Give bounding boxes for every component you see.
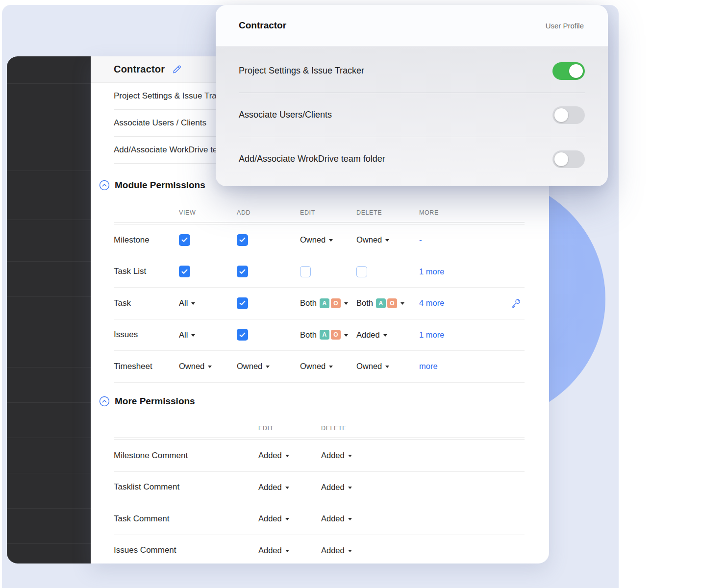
toggle-row: Add/Associate WrokDrive team folder (239, 137, 585, 181)
toggle-label: Project Settings & Issue Tracker (239, 66, 364, 76)
column-header: VIEW (179, 209, 237, 216)
dropdown-value: Owned (300, 362, 325, 371)
dropdown-caret-icon (344, 334, 348, 337)
dropdown-value: Owned (179, 362, 204, 371)
dropdown-value: Added (321, 483, 345, 492)
dropdown-caret-icon (329, 239, 333, 242)
checkbox-checked[interactable] (179, 266, 190, 277)
checkbox-checked[interactable] (179, 234, 190, 246)
more-permissions-link[interactable]: 4 more (419, 298, 525, 308)
permission-dropdown[interactable]: BothAO (300, 330, 356, 340)
dropdown-value: All (179, 298, 188, 308)
permission-dropdown[interactable]: Owned (300, 235, 356, 245)
toggle-row: Project Settings & Issue Tracker (239, 49, 585, 93)
sidebar-divider (7, 220, 91, 220)
role-name: Contractor (114, 64, 165, 75)
sidebar-divider (7, 438, 91, 438)
collapse-more-permissions-icon[interactable] (99, 396, 110, 407)
user-profile-link[interactable]: User Profile (546, 22, 584, 30)
dropdown-caret-icon (348, 518, 352, 520)
dropdown-value: Owned (356, 362, 382, 371)
dropdown-caret-icon (385, 239, 389, 242)
permission-dropdown[interactable]: Added (258, 451, 321, 460)
column-header: EDIT (258, 425, 321, 432)
permission-dropdown[interactable]: BothAO (356, 298, 419, 308)
dropdown-value: All (179, 330, 188, 340)
permission-cell (356, 266, 419, 277)
more-permissions-link[interactable]: 1 more (419, 267, 525, 276)
module-name: Issues Comment (114, 545, 258, 555)
checkbox-checked[interactable] (237, 266, 248, 277)
sidebar-divider (7, 473, 91, 473)
checkbox-checked[interactable] (237, 329, 248, 341)
toggle-off[interactable] (552, 106, 585, 124)
module-name: Task List (114, 267, 179, 276)
dropdown-caret-icon (385, 366, 389, 368)
edit-role-icon[interactable] (172, 64, 182, 75)
permission-dropdown[interactable]: Owned (356, 362, 419, 371)
permission-cell (300, 266, 356, 277)
admin-key-icon[interactable] (510, 297, 522, 309)
checkbox-checked[interactable] (237, 234, 248, 246)
checkbox-unchecked[interactable] (300, 266, 311, 277)
dropdown-value: Added (321, 546, 345, 555)
dropdown-value: Added (258, 546, 282, 555)
dropdown-caret-icon (285, 550, 289, 552)
module-name: Tasklist Comment (114, 482, 258, 492)
permission-dropdown[interactable]: Added (321, 483, 525, 492)
permission-cell (237, 266, 300, 277)
permission-dropdown[interactable]: All (179, 298, 237, 308)
permission-dropdown[interactable]: Added (258, 546, 321, 555)
more-permissions-link[interactable]: more (419, 362, 525, 371)
permission-dropdown[interactable]: Added (321, 546, 525, 555)
permission-dropdown[interactable]: Owned (300, 362, 356, 371)
toggle-on[interactable] (552, 62, 585, 80)
dropdown-value: Added (321, 514, 345, 523)
permission-dropdown[interactable]: Owned (237, 362, 300, 371)
permission-dropdown[interactable]: All (179, 330, 237, 340)
section-title: Module Permissions (115, 180, 205, 191)
permission-dropdown[interactable]: Added (356, 330, 419, 340)
sidebar-divider (7, 171, 91, 171)
scope-badge-a: A (376, 298, 386, 308)
permission-dropdown[interactable]: Added (258, 514, 321, 523)
permission-dropdown[interactable]: Owned (356, 235, 419, 245)
dropdown-caret-icon (348, 487, 352, 489)
checkbox-checked[interactable] (237, 297, 248, 309)
collapse-module-permissions-icon[interactable] (99, 180, 110, 191)
more-permissions-link[interactable]: 1 more (419, 330, 525, 340)
toggle-off[interactable] (552, 150, 585, 168)
checkbox-unchecked[interactable] (356, 266, 367, 277)
toggle-row: Associate Users/Clients (239, 93, 585, 137)
sidebar-divider (7, 367, 91, 368)
column-header: EDIT (300, 209, 356, 216)
sidebar-divider (7, 83, 91, 84)
column-header: DELETE (356, 209, 419, 216)
dropdown-caret-icon (208, 366, 212, 368)
module-name: Milestone (114, 235, 179, 245)
sidebar-divider (7, 402, 91, 403)
toggle-label: Add/Associate WrokDrive team folder (239, 154, 385, 164)
permission-dropdown[interactable]: Added (321, 451, 525, 460)
table-row: TaskAllBothAOBothAO4 more (114, 288, 525, 319)
module-name: Task Comment (114, 514, 258, 524)
dropdown-caret-icon (285, 518, 289, 520)
card-title: Contractor (239, 20, 286, 31)
module-name: Timesheet (114, 362, 179, 371)
table-row: Task CommentAddedAdded (114, 503, 525, 535)
dropdown-caret-icon (401, 302, 404, 305)
dropdown-value: Both (356, 298, 373, 308)
module-name: Milestone Comment (114, 451, 258, 461)
dropdown-caret-icon (266, 366, 270, 368)
permission-dropdown[interactable]: BothAO (300, 298, 356, 308)
permission-dropdown[interactable]: Owned (179, 362, 237, 371)
dropdown-value: Added (258, 483, 282, 492)
table-row: MilestoneOwnedOwned- (114, 224, 525, 256)
permission-dropdown[interactable]: Added (258, 483, 321, 492)
permission-cell (237, 234, 300, 246)
screen: Contractor Project Settings & Issue Trac… (0, 0, 701, 588)
dropdown-value: Added (356, 330, 380, 340)
permission-dropdown[interactable]: Added (321, 514, 525, 523)
dropdown-caret-icon (285, 455, 289, 457)
card-body: Project Settings & Issue TrackerAssociat… (216, 47, 608, 186)
